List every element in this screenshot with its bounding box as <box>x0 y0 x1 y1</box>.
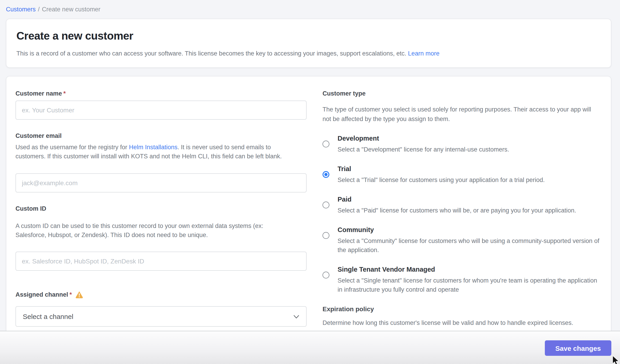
chevron-down-icon <box>293 312 299 320</box>
option-community-description: Select a "Community" license for custome… <box>338 237 602 255</box>
customer-name-required-asterisk: * <box>63 90 66 97</box>
option-paid-description: Select a "Paid" license for customers wh… <box>338 206 576 215</box>
option-single-tenant-label: Single Tenant Vendor Managed <box>338 266 602 274</box>
breadcrumb-separator: / <box>38 6 40 13</box>
option-trial-description: Select a "Trial" license for customers u… <box>338 176 545 185</box>
page-header-card: Create a new customer This is a record o… <box>6 19 611 68</box>
customer-type-options: Development Select a "Development" licen… <box>323 135 602 294</box>
page-description: This is a record of a customer who can a… <box>16 50 601 58</box>
customer-email-input[interactable] <box>16 173 307 192</box>
customer-form-card: Customer name* Customer email Used as th… <box>6 76 611 331</box>
option-development-label: Development <box>338 135 509 142</box>
helm-installations-link[interactable]: Helm Installations <box>129 144 177 151</box>
assigned-channel-label-text: Assigned channel <box>16 291 68 298</box>
expiration-policy-description: Determine how long this customer's licen… <box>323 319 602 327</box>
customer-type-option-community[interactable]: Community Select a "Community" license f… <box>323 226 602 255</box>
customer-email-desc-before: Used as the username for the registry fo… <box>16 144 129 151</box>
breadcrumb-current: Create new customer <box>42 6 100 13</box>
customer-type-option-paid[interactable]: Paid Select a "Paid" license for custome… <box>323 196 602 215</box>
customer-type-option-trial[interactable]: Trial Select a "Trial" license for custo… <box>323 165 602 185</box>
assigned-channel-selected-value: Select a channel <box>23 313 73 320</box>
radio-community[interactable] <box>323 232 329 239</box>
assigned-channel-label: Assigned channel* <box>16 291 72 298</box>
customer-email-section: Customer email Used as the username for … <box>16 132 307 192</box>
expiration-policy-label: Expiration policy <box>323 305 602 313</box>
customer-name-section: Customer name* <box>16 90 307 120</box>
form-left-column: Customer name* Customer email Used as th… <box>16 90 307 331</box>
breadcrumb: Customers/Create new customer <box>6 6 100 13</box>
customer-email-label: Customer email <box>16 132 307 140</box>
create-customer-page: Customers/Create new customer Create a n… <box>0 0 620 364</box>
custom-id-label: Custom ID <box>16 205 307 212</box>
option-paid-label: Paid <box>338 196 576 204</box>
customer-email-description: Used as the username for the registry fo… <box>16 143 291 161</box>
page-title: Create a new customer <box>16 30 601 42</box>
assigned-channel-required-asterisk: * <box>69 291 72 298</box>
custom-id-description: A custom ID can be used to tie this cust… <box>16 221 291 240</box>
learn-more-link[interactable]: Learn more <box>408 50 439 57</box>
warning-icon <box>75 291 83 298</box>
breadcrumb-customers-link[interactable]: Customers <box>6 6 36 13</box>
assigned-channel-section: Assigned channel* Select a channel <box>16 291 307 327</box>
customer-type-label: Customer type <box>323 90 602 97</box>
save-changes-button[interactable]: Save changes <box>545 340 611 356</box>
customer-type-option-development[interactable]: Development Select a "Development" licen… <box>323 135 602 154</box>
page-description-text: This is a record of a customer who can a… <box>16 50 406 57</box>
customer-name-input[interactable] <box>16 101 307 120</box>
custom-id-input[interactable] <box>16 252 307 271</box>
option-trial-label: Trial <box>338 165 545 173</box>
customer-type-description: The type of customer you select is used … <box>323 105 596 124</box>
mouse-cursor <box>612 356 620 364</box>
radio-development[interactable] <box>323 141 329 147</box>
customer-name-label: Customer name* <box>16 90 307 97</box>
radio-paid[interactable] <box>323 202 329 208</box>
form-right-column: Customer type The type of customer you s… <box>323 90 602 331</box>
custom-id-section: Custom ID A custom ID can be used to tie… <box>16 205 307 271</box>
radio-single-tenant[interactable] <box>323 272 329 278</box>
customer-type-option-single-tenant[interactable]: Single Tenant Vendor Managed Select a "S… <box>323 266 602 294</box>
option-single-tenant-description: Select a "Single tenant" license for cus… <box>338 276 602 294</box>
radio-trial[interactable] <box>323 171 329 178</box>
assigned-channel-select[interactable]: Select a channel <box>16 306 307 327</box>
customer-name-label-text: Customer name <box>16 90 62 97</box>
action-footer: Save changes <box>0 331 620 364</box>
option-development-description: Select a "Development" license for any i… <box>338 145 509 154</box>
option-community-label: Community <box>338 226 602 234</box>
